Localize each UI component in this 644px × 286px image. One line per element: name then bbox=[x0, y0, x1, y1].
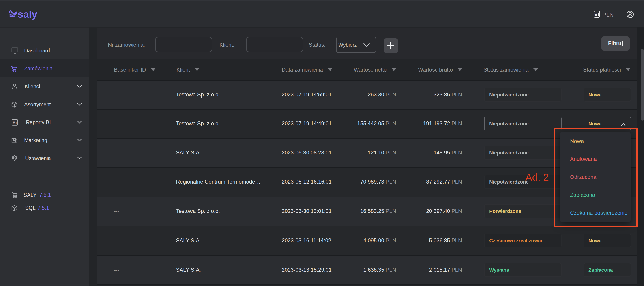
svg-text:Bi: Bi bbox=[12, 120, 17, 125]
svg-text:Bi: Bi bbox=[594, 12, 599, 17]
